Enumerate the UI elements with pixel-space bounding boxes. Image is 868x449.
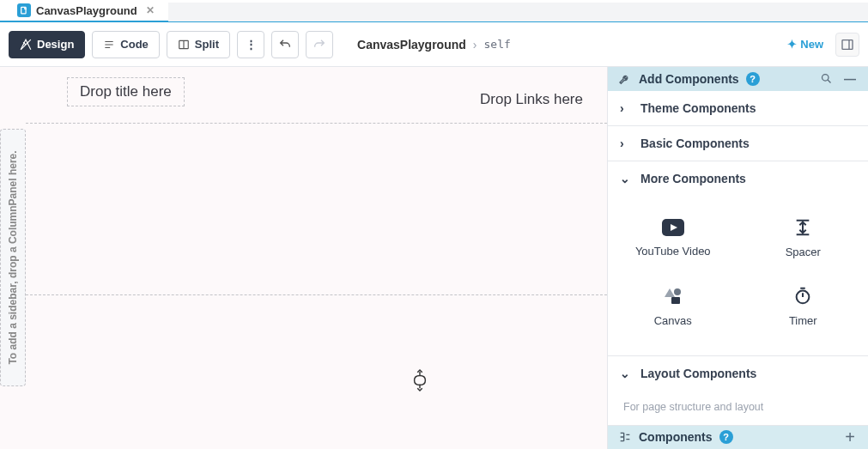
section-basic-head[interactable]: › Basic Components xyxy=(608,126,868,161)
new-button[interactable]: ✦ New xyxy=(787,38,823,51)
design-label: Design xyxy=(37,38,74,51)
component-spacer[interactable]: Spacer xyxy=(738,204,869,273)
split-label: Split xyxy=(195,38,219,51)
spacer-icon xyxy=(793,218,812,237)
file-icon xyxy=(17,3,31,17)
new-label: New xyxy=(800,38,823,51)
tab-new-area[interactable] xyxy=(168,3,868,21)
component-timer[interactable]: Timer xyxy=(738,273,869,342)
breadcrumb-leaf[interactable]: self xyxy=(484,38,511,51)
components-bottom-header[interactable]: Components ? + xyxy=(608,426,868,450)
layout-hint: For page structure and layout xyxy=(608,391,868,425)
tab-canvas-playground[interactable]: CanvasPlayground ✕ xyxy=(9,0,163,21)
header-drop-row: Drop title here Drop Links here xyxy=(26,67,607,124)
components-panel: Add Components ? — › Theme Components › … xyxy=(607,67,868,449)
section-layout: ⌄ Layout Components For page structure a… xyxy=(608,356,868,426)
workspace: To add a sidebar, drop a ColumnPanel her… xyxy=(0,67,868,449)
content-drop-zone[interactable] xyxy=(26,124,607,295)
close-icon[interactable]: ✕ xyxy=(146,4,155,16)
svg-point-3 xyxy=(822,75,829,82)
search-icon[interactable] xyxy=(820,72,835,85)
sidebar-hint: To add a sidebar, drop a ColumnPanel her… xyxy=(7,150,19,364)
tree-icon xyxy=(618,430,632,444)
sidebar-drop-zone[interactable]: To add a sidebar, drop a ColumnPanel her… xyxy=(0,129,26,386)
section-theme-head[interactable]: › Theme Components xyxy=(608,91,868,125)
component-youtube-video[interactable]: YouTube Video xyxy=(608,204,738,273)
breadcrumb: CanvasPlayground › self xyxy=(357,38,511,52)
chevron-right-icon: › xyxy=(620,137,632,150)
title-drop-zone[interactable]: Drop title here xyxy=(67,77,185,106)
plus-icon[interactable]: + xyxy=(842,428,858,447)
toolbar: Design Code Split ⋮ CanvasPlayground › s… xyxy=(0,22,868,67)
section-basic: › Basic Components xyxy=(608,126,868,161)
svg-point-7 xyxy=(797,291,810,304)
components-bottom-title: Components xyxy=(639,430,713,444)
chevron-down-icon: ⌄ xyxy=(620,172,632,185)
svg-rect-2 xyxy=(842,39,853,49)
chevron-right-icon: › xyxy=(473,38,477,52)
section-theme: › Theme Components xyxy=(608,91,868,126)
help-icon[interactable]: ? xyxy=(719,430,733,444)
tab-bar: CanvasPlayground ✕ xyxy=(0,0,868,22)
add-components-header: Add Components ? — xyxy=(608,67,868,91)
design-button[interactable]: Design xyxy=(9,31,85,58)
plus-icon: ✦ xyxy=(787,38,797,51)
timer-icon xyxy=(793,287,812,306)
redo-button[interactable] xyxy=(306,31,333,58)
links-drop-zone[interactable]: Drop Links here xyxy=(480,67,583,123)
svg-rect-6 xyxy=(671,297,680,304)
breadcrumb-root[interactable]: CanvasPlayground xyxy=(357,38,466,52)
code-label: Code xyxy=(120,38,149,51)
code-button[interactable]: Code xyxy=(92,31,160,58)
youtube-icon xyxy=(662,219,684,236)
section-more-head[interactable]: ⌄ More Components xyxy=(608,161,868,196)
section-layout-head[interactable]: ⌄ Layout Components xyxy=(608,356,868,391)
collapse-icon[interactable]: — xyxy=(842,72,858,86)
add-components-title: Add Components xyxy=(639,72,739,86)
panel-toggle-button[interactable] xyxy=(835,33,859,57)
more-menu-button[interactable]: ⋮ xyxy=(237,31,264,58)
chevron-down-icon: ⌄ xyxy=(620,367,632,380)
canvas-area[interactable]: To add a sidebar, drop a ColumnPanel her… xyxy=(0,67,607,449)
cursor-icon xyxy=(410,369,429,391)
undo-button[interactable] xyxy=(271,31,299,58)
tab-title: CanvasPlayground xyxy=(36,4,137,17)
wrench-icon xyxy=(618,72,632,86)
component-canvas[interactable]: Canvas xyxy=(608,273,738,342)
svg-point-5 xyxy=(674,288,681,295)
component-grid: YouTube Video Spacer Canvas xyxy=(608,196,868,355)
section-more: ⌄ More Components YouTube Video Spacer xyxy=(608,161,868,356)
more-vertical-icon: ⋮ xyxy=(246,38,257,51)
help-icon[interactable]: ? xyxy=(746,72,760,86)
chevron-right-icon: › xyxy=(620,101,632,115)
split-button[interactable]: Split xyxy=(167,31,230,58)
canvas-shapes-icon xyxy=(663,287,683,306)
